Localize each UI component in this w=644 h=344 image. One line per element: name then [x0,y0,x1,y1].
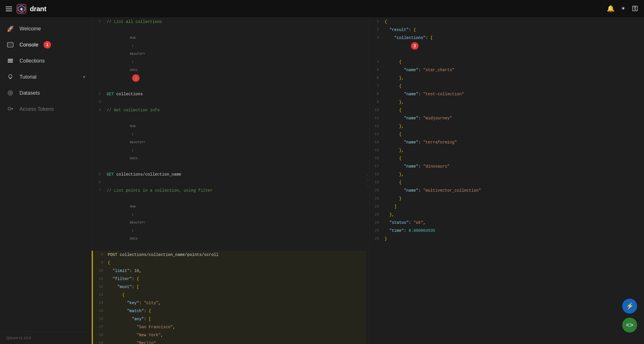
code-line-13: 13 { [92,291,366,299]
code-panel-inner: 1 // List all collections RUN | BEAUTIFY… [92,18,366,344]
run-links-3: RUN | BEAUTIFY | DOCS [92,195,366,251]
result-line-5: 5 "name": "star_charts" [370,66,644,74]
code-line-5: 5 GET collections/collection_name [92,170,366,178]
code-line-16: 16 "any": [ [92,315,366,323]
svg-point-14 [8,107,11,110]
beautify-btn-2[interactable]: BEAUTIFY [130,141,145,144]
result-line-8: 8 "name": "test-collection" [370,90,644,98]
code-line-4: 4 // Get collection info [92,106,366,114]
result-line-10: 10 { [370,106,644,114]
version-text: Qdrant v1.13.4 [0,331,91,344]
sidebar-item-collections[interactable]: Collections [0,53,91,69]
result-line-15: 15 }, [370,146,644,154]
run-btn-3[interactable]: RUN [130,205,136,208]
result-line-18: 18 }, [370,170,644,178]
code-line-18: 18 "New York", [92,331,366,339]
console-badge: 1 [44,41,51,48]
code-line-17: 17 "San Francisco", [92,323,366,331]
result-line-22: 22 ] [370,203,644,211]
code-line-15: 15 "match": { [92,307,366,315]
result-line-24: 24 "status": "ok", [370,219,644,227]
main-layout: 🚀 Welcome Console 1 [0,18,644,344]
key-icon[interactable]: ⚿ [632,5,638,13]
result-line-11: 11 "name": "midjourney" [370,114,644,122]
topbar: drant 🔔 ☀ ⚿ [0,0,644,18]
svg-rect-6 [8,43,13,46]
result-line-2: 2 "result": { [370,26,644,34]
docs-btn-1[interactable]: DOCS [130,68,137,72]
sidebar-item-welcome[interactable]: 🚀 Welcome [0,21,91,37]
svg-rect-8 [8,60,13,61]
sun-icon[interactable]: ☀ [621,5,625,13]
docs-btn-3[interactable]: DOCS [130,237,137,240]
step-badge-3: 3 [411,42,418,50]
sidebar-nav: 🚀 Welcome Console 1 [0,18,91,331]
run-links-1: RUN | BEAUTIFY | DOCS 2 [92,26,366,90]
panel-divider[interactable]: · · · [366,18,369,344]
sidebar-item-welcome-label: Welcome [19,26,41,32]
step-badge-2: 2 [132,74,140,82]
datasets-icon [6,89,14,97]
svg-point-4 [21,8,22,10]
console-icon [6,41,14,49]
run-links-2: RUN | BEAUTIFY | DOCS [92,114,366,170]
code-line-19: 19 "Berlin" [92,339,366,344]
sidebar-item-access-tokens-label: Access Tokens [19,106,54,112]
result-line-25: 25 "time": 0.000004935 [370,227,644,235]
fab-code-button[interactable]: <> [622,318,637,333]
result-line-4: 4 { [370,58,644,66]
logo-icon [16,3,27,14]
result-line-14: 14 "name": "terraforming" [370,138,644,146]
chevron-down-icon: ▾ [83,75,85,79]
result-line-17: 17 "name": "dinosaurs" [370,162,644,170]
result-line-9: 9 }, [370,98,644,106]
beautify-btn-3[interactable]: BEAUTIFY [130,221,145,224]
code-line-10: 10 "limit": 10, [92,267,366,275]
result-line-7: 7 { [370,82,644,90]
access-tokens-icon [6,105,14,113]
topbar-right: 🔔 ☀ ⚿ [607,5,638,13]
svg-rect-9 [8,62,13,63]
sidebar-item-collections-label: Collections [19,58,45,64]
sidebar-item-tutorial[interactable]: Tutorial ▾ [0,69,91,85]
result-line-12: 12 }, [370,122,644,130]
rocket-icon: 🚀 [6,25,14,33]
run-btn-1[interactable]: RUN [130,36,136,40]
result-line-26: 26 } [370,235,644,243]
logo-text: drant [30,5,46,13]
svg-rect-7 [8,59,13,60]
sidebar-item-console-label: Console [19,42,38,48]
code-line-14: 14 "key": "city", [92,299,366,307]
code-panel[interactable]: 1 // List all collections RUN | BEAUTIFY… [92,18,366,344]
lightbulb-icon [6,73,14,81]
bell-icon[interactable]: 🔔 [607,5,614,13]
docs-btn-2[interactable]: DOCS [130,157,137,160]
code-line-9: 9 { [92,259,366,267]
code-line-7: 7 // List points in a collection, using … [92,186,366,195]
sidebar-item-tutorial-label: Tutorial [19,74,36,80]
sidebar-item-console[interactable]: Console 1 [0,37,91,53]
sidebar: 🚀 Welcome Console 1 [0,18,92,344]
result-line-19: 19 { [370,178,644,186]
sidebar-item-datasets-label: Datasets [19,90,40,96]
svg-point-13 [10,93,11,94]
code-line-2: 2 GET collections [92,90,366,98]
code-line-1: 1 // List all collections [92,18,366,26]
result-line-13: 13 { [370,130,644,138]
topbar-left: drant [6,3,607,14]
svg-point-10 [9,75,12,78]
sidebar-item-access-tokens[interactable]: Access Tokens [0,101,91,117]
beautify-btn-1[interactable]: BEAUTIFY [130,52,145,56]
code-line-6: 6 [92,178,366,186]
result-line-16: 16 { [370,154,644,162]
code-line-8: 8 POST collections/collection_name/point… [92,251,366,259]
result-line-6: 6 }, [370,74,644,82]
editor-area: 1 // List all collections RUN | BEAUTIFY… [92,18,644,344]
code-line-12: 12 "must": [ [92,283,366,291]
run-btn-2[interactable]: RUN [130,125,136,128]
fab-lightning-button[interactable]: ⚡ [622,299,637,314]
logo: drant [16,3,46,14]
sidebar-item-datasets[interactable]: Datasets [0,85,91,101]
result-line-21: 21 } [370,195,644,203]
menu-button[interactable] [6,7,12,11]
